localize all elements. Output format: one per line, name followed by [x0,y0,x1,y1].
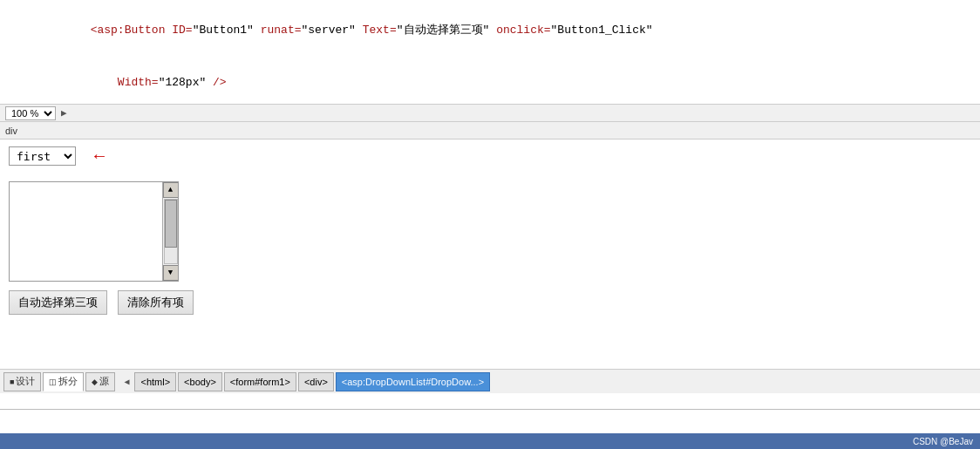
tab-source-label: 源 [99,375,109,388]
status-bar: CSDN @BeJav [0,433,980,449]
preview-buttons: 自动选择第三项 清除所有项 [9,290,971,315]
breadcrumb-dropdown[interactable]: <asp:DropDownList#DropDow...> [336,372,490,391]
breadcrumb-html[interactable]: <html> [134,372,176,391]
scrollbar-up-btn[interactable]: ▲ [163,182,179,198]
design-label-bar: div [0,122,980,139]
red-arrow-icon: ← [94,148,105,166]
clear-all-button[interactable]: 清除所有项 [118,290,194,315]
zoom-bar: 100 % 75 % 50 % 150 % ▶ [0,105,980,122]
tab-split-label: 拆分 [58,375,78,388]
code-line-2: Width="128px" /> [0,57,980,105]
breadcrumb-form[interactable]: <form#form1> [224,372,296,391]
scrollbar-track [164,199,178,264]
dropdown-wrapper: first second third [9,146,76,166]
scrollbar-down-btn[interactable]: ▼ [163,265,179,281]
listbox-scrollbar: ▲ ▼ [162,182,178,281]
zoom-select[interactable]: 100 % 75 % 50 % 150 % [5,106,56,120]
bottom-toolbar: ■ 设计 ◫ 拆分 ◆ 源 ◀ <html> <body> <form#form… [0,369,980,393]
dropdown-select[interactable]: first second third [9,146,76,166]
scrollbar-thumb[interactable] [165,200,177,248]
tab-source[interactable]: ◆ 源 [85,372,115,391]
code-line-1: <asp:Button ID="Button1" runat="server" … [0,3,980,57]
design-area: first second third ← ▲ ▼ 自动选择第三项 清除所有项 [0,139,980,410]
status-text: CSDN @BeJav [913,437,973,446]
tab-split[interactable]: ◫ 拆分 [43,372,84,391]
listbox[interactable]: ▲ ▼ [9,181,179,282]
scroll-right-btn[interactable]: ▶ [61,107,67,119]
breadcrumb-prev-btn[interactable]: ◀ [120,375,133,389]
design-label: div [5,126,17,136]
code-editor: <asp:Button ID="Button1" runat="server" … [0,0,980,105]
design-content: first second third ← ▲ ▼ 自动选择第三项 清除所有项 [0,139,980,392]
source-icon: ◆ [92,378,98,386]
breadcrumb-body[interactable]: <body> [178,372,222,391]
split-icon: ◫ [49,378,57,386]
tab-design-label: 设计 [16,375,35,388]
breadcrumb: ◀ <html> <body> <form#form1> <div> <asp:… [120,372,977,391]
auto-select-button[interactable]: 自动选择第三项 [9,290,107,315]
breadcrumb-div[interactable]: <div> [298,372,334,391]
tab-design[interactable]: ■ 设计 [3,372,41,391]
listbox-content [10,182,162,281]
design-icon: ■ [10,378,14,386]
